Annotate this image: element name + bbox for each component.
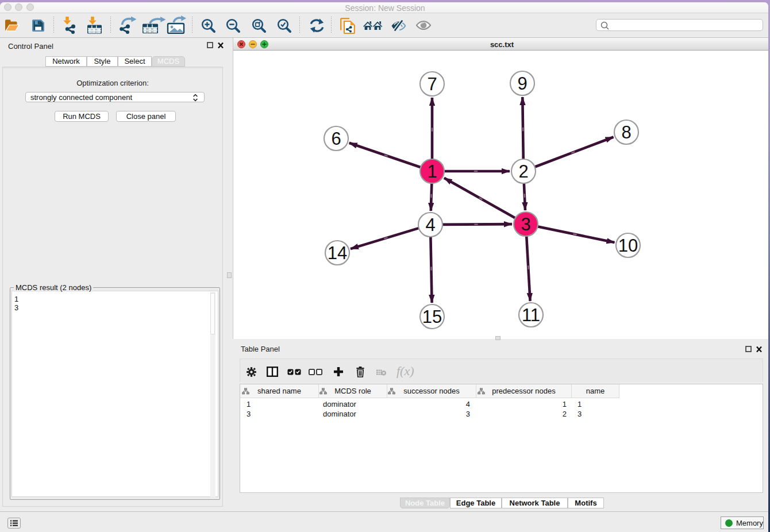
svg-text:1: 1 bbox=[427, 161, 437, 182]
svg-text:15: 15 bbox=[422, 307, 442, 327]
svg-text:10: 10 bbox=[618, 236, 638, 256]
svg-text:4: 4 bbox=[425, 215, 435, 235]
svg-text:6: 6 bbox=[331, 129, 341, 149]
svg-text:2: 2 bbox=[518, 161, 528, 182]
svg-text:7: 7 bbox=[427, 74, 437, 94]
svg-text:3: 3 bbox=[521, 214, 530, 234]
svg-text:8: 8 bbox=[621, 122, 631, 142]
svg-text:11: 11 bbox=[522, 305, 540, 325]
svg-text:14: 14 bbox=[328, 243, 347, 263]
svg-text:9: 9 bbox=[517, 74, 527, 94]
